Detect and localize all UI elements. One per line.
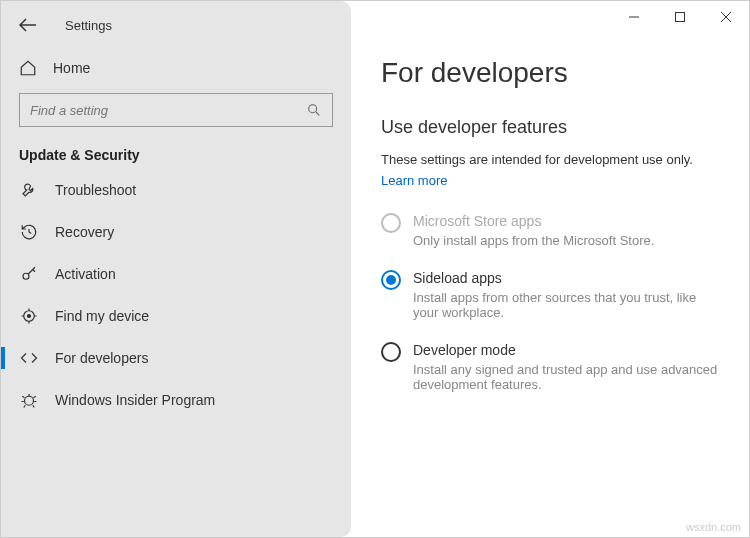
search-icon — [306, 102, 322, 118]
radio-sublabel: Install any signed and trusted app and u… — [413, 362, 719, 392]
svg-point-3 — [28, 315, 31, 318]
radio-sideload-apps[interactable]: Sideload apps Install apps from other so… — [381, 270, 719, 320]
sidebar-item-recovery[interactable]: Recovery — [1, 211, 351, 253]
nav-list: Troubleshoot Recovery Activation Find my… — [1, 169, 351, 421]
search-input[interactable] — [30, 103, 306, 118]
radio-text: Developer mode Install any signed and tr… — [413, 342, 719, 392]
radio-sublabel: Install apps from other sources that you… — [413, 290, 719, 320]
sidebar-item-for-developers[interactable]: For developers — [1, 337, 351, 379]
radio-icon — [381, 270, 401, 290]
home-icon — [19, 59, 37, 77]
radio-label: Developer mode — [413, 342, 719, 358]
learn-more-link[interactable]: Learn more — [381, 173, 447, 188]
svg-point-4 — [25, 396, 34, 405]
minimize-button[interactable] — [611, 1, 657, 33]
bug-icon — [19, 391, 39, 409]
home-label: Home — [53, 60, 90, 76]
main-panel: For developers Use developer features Th… — [351, 1, 749, 537]
sidebar-top-bar: Settings — [1, 1, 351, 49]
search-box[interactable] — [19, 93, 333, 127]
radio-text: Microsoft Store apps Only install apps f… — [413, 213, 654, 248]
radio-icon — [381, 213, 401, 233]
section-title: Update & Security — [1, 141, 351, 167]
radio-developer-mode[interactable]: Developer mode Install any signed and tr… — [381, 342, 719, 392]
sidebar-item-label: For developers — [55, 350, 148, 366]
svg-point-0 — [309, 105, 317, 113]
sidebar-item-label: Windows Insider Program — [55, 392, 215, 408]
location-icon — [19, 307, 39, 325]
radio-text: Sideload apps Install apps from other so… — [413, 270, 719, 320]
sidebar-item-label: Recovery — [55, 224, 114, 240]
history-icon — [19, 223, 39, 241]
sidebar-item-label: Find my device — [55, 308, 149, 324]
window-title: Settings — [65, 18, 112, 33]
sidebar-item-find-my-device[interactable]: Find my device — [1, 295, 351, 337]
sidebar-item-troubleshoot[interactable]: Troubleshoot — [1, 169, 351, 211]
svg-rect-5 — [676, 13, 685, 22]
radio-label: Sideload apps — [413, 270, 719, 286]
page-title: For developers — [381, 57, 719, 89]
window-controls — [611, 1, 749, 33]
wrench-icon — [19, 181, 39, 199]
radio-sublabel: Only install apps from the Microsoft Sto… — [413, 233, 654, 248]
developer-features-radio-group: Microsoft Store apps Only install apps f… — [381, 213, 719, 392]
back-arrow-icon[interactable] — [19, 18, 37, 32]
section-description: These settings are intended for developm… — [381, 152, 719, 167]
code-icon — [19, 349, 39, 367]
radio-icon — [381, 342, 401, 362]
sidebar: Settings Home Update & Security Troubles… — [1, 1, 351, 537]
maximize-button[interactable] — [657, 1, 703, 33]
sidebar-item-label: Troubleshoot — [55, 182, 136, 198]
svg-point-1 — [23, 273, 29, 279]
section-heading: Use developer features — [381, 117, 719, 138]
key-icon — [19, 265, 39, 283]
radio-label: Microsoft Store apps — [413, 213, 654, 229]
sidebar-item-activation[interactable]: Activation — [1, 253, 351, 295]
close-button[interactable] — [703, 1, 749, 33]
settings-window: Settings Home Update & Security Troubles… — [0, 0, 750, 538]
sidebar-item-label: Activation — [55, 266, 116, 282]
home-button[interactable]: Home — [1, 49, 351, 87]
radio-microsoft-store-apps[interactable]: Microsoft Store apps Only install apps f… — [381, 213, 719, 248]
watermark: wsxdn.com — [686, 521, 741, 533]
sidebar-item-windows-insider[interactable]: Windows Insider Program — [1, 379, 351, 421]
